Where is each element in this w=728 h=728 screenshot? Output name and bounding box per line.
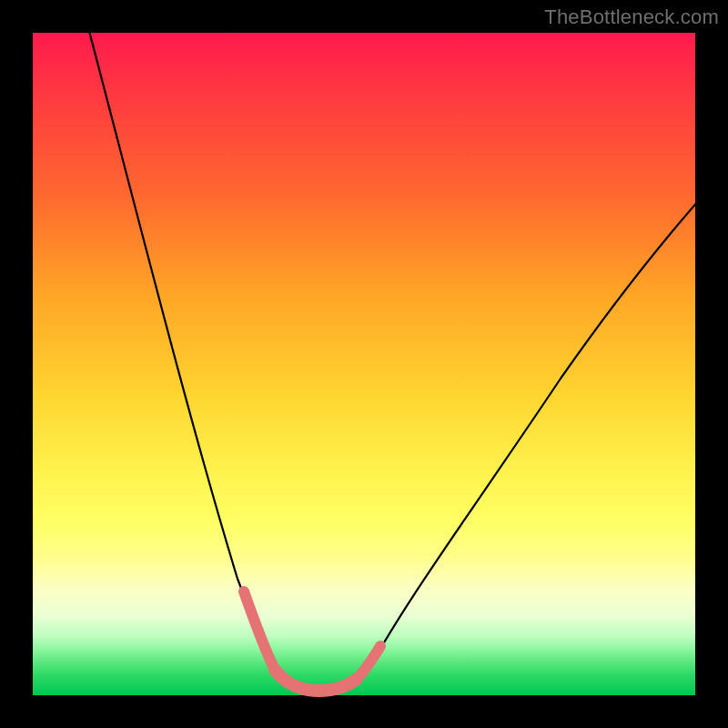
highlight-left-descent (244, 592, 275, 670)
chart-plot-area (33, 33, 695, 695)
highlight-right-ascent (360, 646, 380, 675)
watermark-text: TheBottleneck.com (544, 5, 719, 29)
highlight-gap-dot (353, 672, 364, 682)
bottleneck-curve (33, 33, 695, 695)
highlight-valley (275, 670, 357, 691)
curve-path (80, 0, 706, 690)
